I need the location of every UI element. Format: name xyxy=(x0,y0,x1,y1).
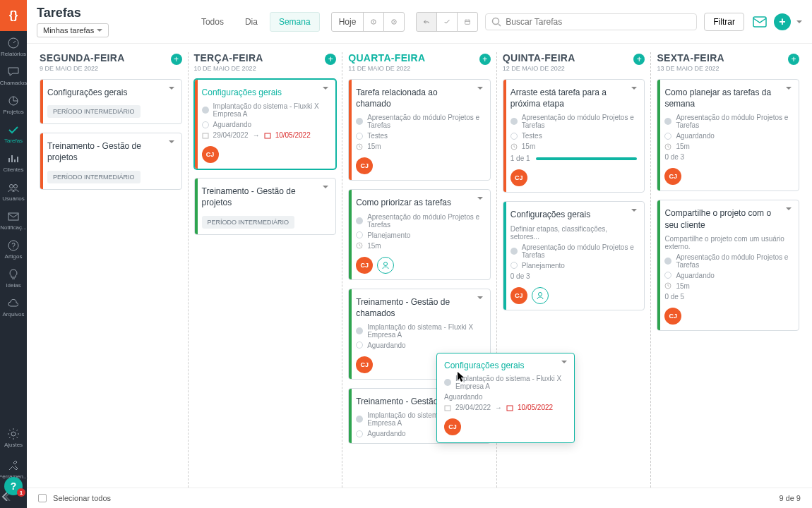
nav-tarefas[interactable]: Tarefas xyxy=(0,118,27,147)
check-icon xyxy=(444,18,450,25)
topbar: Tarefas Minhas tarefas Todos Dia Semana … xyxy=(27,0,812,44)
nav-usu-rios[interactable]: Usuários xyxy=(0,176,27,205)
today-button[interactable]: Hoje xyxy=(331,12,364,32)
undo-icon xyxy=(424,18,429,25)
card-menu-caret[interactable] xyxy=(786,207,792,210)
avatar[interactable]: CJ xyxy=(356,356,373,373)
card-menu-caret[interactable] xyxy=(477,197,483,200)
avatar[interactable]: CJ xyxy=(511,169,527,186)
search-input[interactable] xyxy=(506,17,691,27)
avatar-unassigned[interactable] xyxy=(377,257,394,274)
avatar[interactable]: CJ xyxy=(444,418,461,435)
task-card[interactable]: Tarefa relacionada ao chamado Apresentaç… xyxy=(348,79,491,181)
my-tasks-dropdown[interactable]: Minhas tarefas xyxy=(37,23,109,37)
prev-button[interactable] xyxy=(363,12,384,32)
card-duration: 15m xyxy=(676,282,689,290)
task-card[interactable]: Compartilhe o projeto com o seu cliente … xyxy=(657,200,799,330)
select-all-checkbox[interactable]: Selecionar todos xyxy=(38,494,111,502)
view-day[interactable]: Dia xyxy=(236,12,267,32)
add-button[interactable]: + xyxy=(774,13,791,30)
task-card[interactable]: Treinamento - Gestão de projetos PERÍODO… xyxy=(194,178,337,234)
next-button[interactable] xyxy=(383,12,405,32)
check-icon xyxy=(7,123,20,136)
card-title: Configurações gerais xyxy=(202,87,329,98)
nav-label: Clientes xyxy=(4,167,24,173)
calendar-icon xyxy=(202,132,209,139)
nav-arquivos[interactable]: Arquivos xyxy=(0,291,27,320)
add-dropdown-caret[interactable] xyxy=(796,20,802,23)
help-fab[interactable]: ? 1 xyxy=(4,477,23,495)
filter-button[interactable]: Filtrar xyxy=(704,13,744,31)
notification-badge: 1 xyxy=(17,488,25,497)
calendar-button[interactable] xyxy=(457,12,478,32)
card-menu-caret[interactable] xyxy=(323,87,328,90)
card-title: Arraste está tarefa para a próxima etapa xyxy=(511,87,638,109)
footer: Selecionar todos 9 de 9 xyxy=(27,488,812,508)
card-status: Aguardando xyxy=(367,341,406,349)
task-card[interactable]: Configurações gerais PERÍODO INTERMEDIÁR… xyxy=(40,79,182,124)
add-task-button[interactable]: + xyxy=(633,54,645,65)
nav-projetos[interactable]: Projetos xyxy=(0,89,27,118)
nav-ideias[interactable]: Ideias xyxy=(0,262,27,291)
task-card[interactable]: Configurações gerais Implantação do sist… xyxy=(194,79,337,169)
nav-clientes[interactable]: Clientes xyxy=(0,147,27,176)
avatar[interactable]: CJ xyxy=(202,146,219,163)
status-label: Aguardando xyxy=(444,393,483,401)
avatar[interactable]: CJ xyxy=(356,157,373,174)
avatar[interactable]: CJ xyxy=(356,257,373,274)
nav-chamados[interactable]: Chamados xyxy=(0,60,27,89)
column-header: TERÇA-FEIRA 10 DE MAIO DE 2022 + xyxy=(194,52,337,72)
cloud-icon xyxy=(7,297,20,310)
clock-icon xyxy=(664,143,671,150)
kanban-board: SEGUNDA-FEIRA 9 DE MAIO DE 2022 + Config… xyxy=(27,44,812,488)
bullet-icon xyxy=(356,327,363,334)
svg-point-9 xyxy=(392,19,396,23)
card-menu-caret[interactable] xyxy=(631,87,637,90)
undo-button[interactable] xyxy=(416,12,437,32)
confirm-button[interactable] xyxy=(436,12,458,32)
add-task-button[interactable]: + xyxy=(325,54,336,65)
bullet-icon xyxy=(664,258,671,265)
card-menu-caret[interactable] xyxy=(561,361,567,363)
card-menu-caret[interactable] xyxy=(169,140,174,143)
card-menu-caret[interactable] xyxy=(631,209,637,212)
clock-icon xyxy=(356,242,363,249)
add-task-button[interactable]: + xyxy=(788,54,799,65)
chevron-right-icon xyxy=(391,18,397,25)
task-card[interactable]: Configurações gerais Definiar etapas, cl… xyxy=(503,201,645,310)
card-menu-caret[interactable] xyxy=(169,87,174,90)
avatar[interactable]: CJ xyxy=(664,308,681,325)
view-week[interactable]: Semana xyxy=(270,12,320,32)
card-menu-caret[interactable] xyxy=(786,87,792,90)
card-title: Compartilhe o projeto com o seu cliente xyxy=(664,207,792,230)
task-card[interactable]: Treinamento - Gestão de projetos PERÍODO… xyxy=(40,133,182,189)
card-title: Treinamento - Gestão de projetos xyxy=(47,140,174,163)
mail-icon[interactable] xyxy=(751,13,768,30)
card-menu-caret[interactable] xyxy=(323,186,328,188)
nav-notifica-[interactable]: Notificaç... xyxy=(0,205,27,234)
task-card[interactable]: Arraste está tarefa para a próxima etapa… xyxy=(503,79,645,193)
search-box[interactable] xyxy=(485,13,697,30)
add-task-button[interactable]: + xyxy=(479,54,491,65)
avatar[interactable]: CJ xyxy=(511,287,527,304)
nav-relat-rios[interactable]: Relatórios xyxy=(0,31,27,60)
nav-label: Projetos xyxy=(3,109,23,115)
nav-label: Tarefas xyxy=(4,138,23,144)
app-logo[interactable]: {} xyxy=(0,0,27,31)
nav-label: Usuários xyxy=(2,195,25,202)
nav-artigos[interactable]: ?Artigos xyxy=(0,234,27,262)
card-menu-caret[interactable] xyxy=(477,296,483,299)
avatar[interactable]: CJ xyxy=(664,168,681,185)
card-menu-caret[interactable] xyxy=(477,87,483,90)
dragging-card[interactable]: Configurações gerais Implantação do sist… xyxy=(436,353,575,443)
task-card[interactable]: Como planejar as tarefas da semana Apres… xyxy=(657,79,799,191)
view-all[interactable]: Todos xyxy=(192,12,233,32)
page-title: Tarefas xyxy=(37,6,109,20)
nav-label: Ideias xyxy=(6,282,20,289)
add-task-button[interactable]: + xyxy=(171,54,182,65)
avatar-unassigned[interactable] xyxy=(532,287,549,304)
users-icon xyxy=(7,181,20,194)
card-project: Apresentação do módulo Projetos e Tarefa… xyxy=(676,253,792,269)
nav-ajustes[interactable]: Ajustes xyxy=(0,422,27,454)
task-card[interactable]: Como priorizar as tarefas Apresentação d… xyxy=(348,189,491,279)
